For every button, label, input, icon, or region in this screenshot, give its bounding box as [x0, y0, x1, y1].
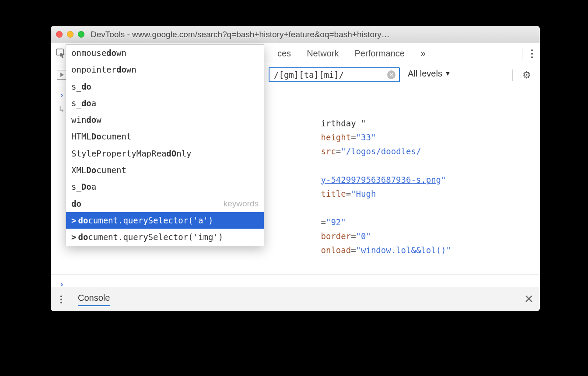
- titlebar: DevTools - www.google.com/search?q=bash+…: [51, 26, 540, 43]
- devtools-window: DevTools - www.google.com/search?q=bash+…: [51, 26, 540, 311]
- autocomplete-popup: onmousedownonpointerdowns_dos_doawindowH…: [66, 44, 264, 246]
- autocomplete-item[interactable]: s_doa: [66, 95, 264, 111]
- close-window-button[interactable]: [56, 31, 63, 38]
- clear-filter-icon[interactable]: ✕: [387, 70, 396, 79]
- console-body: onmousedownonpointerdowns_dos_doawindowH…: [51, 85, 540, 286]
- autocomplete-item[interactable]: HTMLDocument: [66, 128, 264, 145]
- tab-sources-partial[interactable]: ces: [270, 49, 299, 59]
- zoom-window-button[interactable]: [78, 31, 84, 38]
- tabs-overflow-button[interactable]: »: [413, 48, 434, 59]
- chevron-down-icon: ▼: [444, 70, 451, 77]
- minimize-window-button[interactable]: [67, 31, 74, 38]
- window-controls: [56, 31, 84, 38]
- tab-performance[interactable]: Performance: [346, 49, 413, 59]
- drawer: Console ✕: [51, 287, 540, 311]
- drawer-tab-console[interactable]: Console: [78, 293, 110, 306]
- execution-context-icon[interactable]: [57, 70, 66, 80]
- autocomplete-item[interactable]: StylePropertyMapReadOnly: [66, 145, 264, 162]
- tab-network[interactable]: Network: [299, 49, 346, 59]
- src-link-1[interactable]: /logos/doodles/: [346, 146, 421, 156]
- autocomplete-item[interactable]: window: [66, 111, 264, 128]
- console-filter-box: ✕: [269, 67, 400, 82]
- autocomplete-item[interactable]: XMLDocument: [66, 162, 264, 178]
- console-settings-icon[interactable]: ⚙: [512, 70, 531, 81]
- log-levels-label: All levels: [408, 69, 442, 78]
- autocomplete-item[interactable]: dokeywords: [66, 195, 264, 212]
- console-filter-input[interactable]: [274, 70, 387, 80]
- return-arrow-icon: ↲: [57, 102, 66, 116]
- src-link-2[interactable]: y-5429979563687936-s.png: [321, 175, 441, 185]
- window-title: DevTools - www.google.com/search?q=bash+…: [91, 30, 535, 39]
- settings-menu-button[interactable]: [522, 48, 532, 60]
- inspect-element-icon[interactable]: [56, 49, 66, 58]
- autocomplete-item[interactable]: onpointerdown: [66, 61, 264, 78]
- autocomplete-item[interactable]: >document.querySelector('img'): [66, 229, 264, 245]
- drawer-close-icon[interactable]: ✕: [524, 292, 534, 306]
- prompt-chevron-icon: ›: [57, 88, 66, 102]
- log-levels-dropdown[interactable]: All levels ▼: [408, 69, 451, 79]
- autocomplete-item[interactable]: s_do: [66, 78, 264, 95]
- autocomplete-item[interactable]: s_Doa: [66, 178, 264, 195]
- autocomplete-item[interactable]: >document.querySelector('a'): [66, 212, 264, 229]
- autocomplete-item[interactable]: onmousedown: [66, 45, 264, 61]
- drawer-menu-button[interactable]: [57, 296, 66, 303]
